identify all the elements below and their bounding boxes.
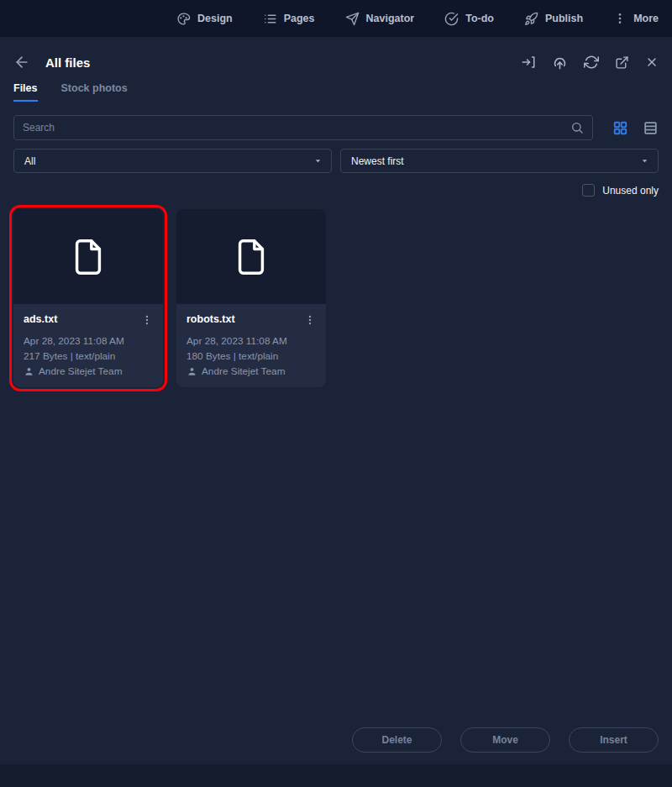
file-size-type: 180 Bytes | text/plain [186, 349, 316, 364]
insert-button[interactable]: Insert [569, 727, 659, 753]
file-grid: ads.txt Apr 28, 2023 11:08 AM 217 Bytes … [13, 209, 659, 387]
file-owner: Andre Sitejet Team [202, 364, 285, 379]
menu-todo[interactable]: To-do [444, 12, 494, 26]
chevron-down-icon [640, 156, 649, 165]
sort-value: Newest first [351, 155, 404, 167]
file-document-icon [232, 238, 270, 276]
tab-bar: Files Stock photos [13, 82, 659, 102]
search-input[interactable] [23, 122, 570, 134]
close-icon[interactable] [645, 55, 659, 69]
file-card-footer: ads.txt Apr 28, 2023 11:08 AM 217 Bytes … [13, 304, 163, 387]
ellipsis-icon [613, 12, 627, 25]
check-circle-icon [444, 12, 459, 26]
page-title: All files [45, 55, 90, 70]
file-thumbnail [13, 209, 163, 304]
kebab-menu-icon[interactable] [141, 314, 153, 326]
menu-navigator[interactable]: Navigator [345, 12, 415, 26]
file-name: ads.txt [24, 313, 57, 325]
send-icon [345, 12, 360, 26]
search-row [13, 115, 659, 140]
grid-view-icon[interactable] [612, 120, 628, 136]
file-card-ads-txt[interactable]: ads.txt Apr 28, 2023 11:08 AM 217 Bytes … [13, 209, 163, 387]
unused-only-row: Unused only [13, 184, 659, 197]
back-arrow-icon[interactable] [13, 54, 30, 71]
header-actions [521, 55, 659, 71]
person-icon [24, 366, 34, 377]
chevron-down-icon [313, 156, 323, 165]
move-button[interactable]: Move [460, 727, 550, 753]
file-card-footer: robots.txt Apr 28, 2023 11:08 AM 180 Byt… [176, 304, 326, 387]
search-icon[interactable] [570, 121, 584, 134]
filter-row: All Newest first [13, 149, 659, 173]
bottom-strip [0, 764, 672, 787]
menu-pages-label: Pages [284, 13, 315, 24]
view-toggles [612, 120, 659, 136]
menu-navigator-label: Navigator [366, 13, 415, 24]
menu-design-label: Design [197, 13, 233, 24]
file-date: Apr 28, 2023 11:08 AM [24, 333, 153, 349]
file-size-type: 217 Bytes | text/plain [24, 349, 153, 364]
refresh-icon[interactable] [584, 55, 599, 70]
type-filter-value: All [24, 155, 35, 167]
external-link-icon[interactable] [615, 55, 629, 70]
pages-list-icon [263, 12, 277, 26]
menu-publish-label: Publish [545, 13, 583, 24]
file-card-robots-txt[interactable]: robots.txt Apr 28, 2023 11:08 AM 180 Byt… [176, 209, 326, 387]
top-menu-bar: Design Pages Navigator To-do [0, 0, 672, 37]
upload-icon[interactable] [552, 55, 568, 71]
palette-icon [176, 12, 191, 26]
file-thumbnail [176, 209, 326, 304]
file-manager-panel: All files [0, 37, 672, 764]
delete-button[interactable]: Delete [352, 727, 442, 753]
person-icon [186, 366, 197, 377]
rocket-icon [524, 12, 538, 26]
menu-more-label: More [633, 13, 659, 24]
menu-todo-label: To-do [465, 13, 494, 24]
file-document-icon [69, 238, 108, 276]
tab-files[interactable]: Files [13, 82, 38, 102]
menu-publish[interactable]: Publish [524, 12, 583, 26]
tab-stock-photos[interactable]: Stock photos [61, 82, 128, 102]
file-date: Apr 28, 2023 11:08 AM [186, 333, 316, 349]
kebab-menu-icon[interactable] [304, 314, 316, 326]
type-filter-select[interactable]: All [13, 149, 332, 173]
menu-more[interactable]: More [613, 12, 659, 25]
sort-select[interactable]: Newest first [340, 149, 659, 173]
bottom-action-bar: Delete Move Insert [352, 727, 659, 753]
menu-pages[interactable]: Pages [263, 12, 315, 26]
unused-only-checkbox[interactable] [582, 184, 595, 197]
unused-only-label: Unused only [602, 185, 659, 197]
search-box [13, 115, 593, 140]
sign-in-icon[interactable] [521, 55, 536, 70]
panel-header: All files [13, 37, 659, 74]
file-name: robots.txt [186, 313, 235, 325]
file-owner: Andre Sitejet Team [39, 364, 122, 379]
menu-design[interactable]: Design [176, 12, 233, 26]
list-view-icon[interactable] [643, 120, 659, 136]
